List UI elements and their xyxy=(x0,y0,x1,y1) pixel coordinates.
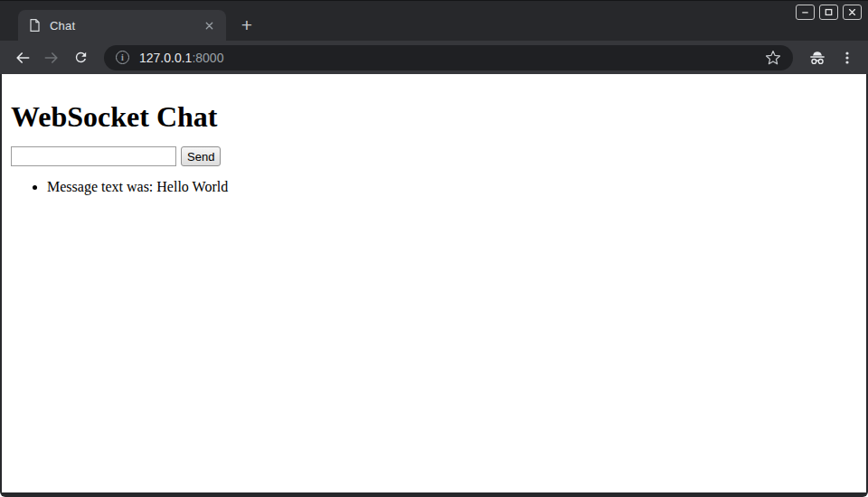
info-icon[interactable]: i xyxy=(116,51,129,64)
message-input[interactable] xyxy=(11,146,176,166)
page-content: WebSocket Chat Send Message text was: He… xyxy=(2,74,866,492)
plus-icon: + xyxy=(241,14,252,36)
tab-close-icon[interactable] xyxy=(201,17,217,33)
send-button[interactable]: Send xyxy=(181,146,221,166)
document-icon xyxy=(28,18,42,33)
minimize-button[interactable] xyxy=(796,5,815,20)
reload-button[interactable] xyxy=(66,43,95,72)
browser-menu-button[interactable] xyxy=(835,45,860,70)
window-controls xyxy=(796,5,862,20)
minimize-icon xyxy=(800,7,810,17)
close-button[interactable] xyxy=(843,5,862,20)
url-port: :8000 xyxy=(192,51,223,65)
arrow-right-icon xyxy=(42,49,61,67)
incognito-icon xyxy=(807,48,827,68)
forward-button[interactable] xyxy=(37,43,66,72)
url-host: 127.0.0.1 xyxy=(139,51,192,65)
browser-toolbar: i 127.0.0.1:8000 xyxy=(0,41,868,74)
message-item: Message text was: Hello World xyxy=(47,179,859,195)
reload-icon xyxy=(73,50,89,65)
maximize-button[interactable] xyxy=(819,5,838,20)
message-list: Message text was: Hello World xyxy=(11,179,859,195)
tab-title: Chat xyxy=(50,19,201,33)
page-title: WebSocket Chat xyxy=(11,100,859,134)
address-bar[interactable]: i 127.0.0.1:8000 xyxy=(104,45,793,70)
incognito-badge xyxy=(804,44,831,71)
close-icon xyxy=(847,7,857,17)
url-text[interactable]: 127.0.0.1:8000 xyxy=(139,51,223,65)
arrow-left-icon xyxy=(14,49,32,67)
bookmark-star-button[interactable] xyxy=(761,46,785,70)
new-tab-button[interactable]: + xyxy=(235,14,259,37)
chat-form: Send xyxy=(11,146,857,166)
three-dot-menu-icon xyxy=(840,51,854,65)
back-button[interactable] xyxy=(8,43,37,72)
browser-window: Chat + xyxy=(0,0,868,497)
tab-chat[interactable]: Chat xyxy=(18,10,226,41)
maximize-icon xyxy=(824,7,834,17)
star-icon xyxy=(765,50,781,66)
tab-bar: Chat + xyxy=(0,1,868,41)
